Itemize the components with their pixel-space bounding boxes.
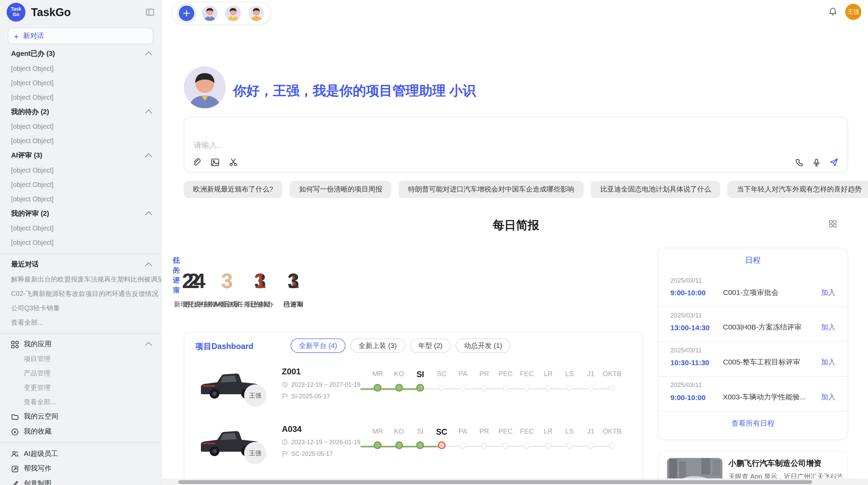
- milestone-label: OKTB: [603, 427, 622, 437]
- milestone-node: [545, 385, 551, 391]
- suggestion-chip[interactable]: 欧洲新规最近颁布了什么?: [184, 181, 282, 198]
- milestone-node: [417, 384, 424, 392]
- suggestion-chip[interactable]: 比亚迪全固态电池计划具体说了什么: [591, 181, 721, 198]
- milestone: FEC: [516, 427, 538, 449]
- new-chat-button[interactable]: + 新对话: [8, 28, 154, 44]
- milestone-label: SI: [417, 370, 424, 380]
- project-code: Z001: [282, 367, 360, 376]
- dashboard-filter-chip[interactable]: 动总开发 (1): [456, 338, 510, 353]
- section-title: Agent已办 (3): [11, 49, 55, 59]
- sidebar-task-item[interactable]: [object Object]: [0, 134, 161, 148]
- suggestion-chip[interactable]: 当下年轻人对汽车外观有怎样的喜好趋势: [728, 181, 868, 198]
- my-apps-subitem[interactable]: 项目管理: [0, 352, 161, 366]
- section-header[interactable]: 我的待办 (2): [0, 104, 161, 120]
- recent-conversation-item[interactable]: 查看全部...: [0, 315, 161, 329]
- phone-icon[interactable]: [795, 158, 804, 167]
- dashboard-filter-chip[interactable]: 年型 (2): [410, 338, 451, 353]
- dashboard-filter-chip[interactable]: 全新平台 (4): [291, 338, 345, 353]
- sidebar-header: Task Go TaskGo: [0, 0, 161, 24]
- recent-conversation-item[interactable]: 解释最新出台的欧盟报废车法规再生塑料比例被调至15%...: [0, 272, 161, 286]
- dashboard-filter-chip[interactable]: 全新上装 (3): [350, 338, 405, 353]
- my-apps-row[interactable]: 我的应用: [0, 337, 161, 352]
- dashboard-title: 项目Dashboard: [195, 341, 253, 352]
- section-header[interactable]: Agent已办 (3): [0, 47, 161, 62]
- send-icon[interactable]: [829, 158, 839, 167]
- sidebar: Task Go TaskGo + 新对话 Agent已办 (3) [object…: [0, 0, 162, 485]
- my-favorites-row[interactable]: 我的收藏: [0, 424, 161, 439]
- sidebar-task-item[interactable]: [object Object]: [0, 177, 161, 192]
- event-time: 9:00-10:00: [671, 393, 723, 401]
- microphone-icon[interactable]: [812, 158, 821, 167]
- milestone: PEC: [495, 427, 516, 449]
- divider: [0, 443, 161, 443]
- dashboard-filters: 全新平台 (4) 全新上装 (3) 年型 (2) 动总开发 (1): [291, 338, 510, 353]
- suggestion-chip[interactable]: 如何写一份清晰的项目周报: [290, 181, 391, 198]
- assistant-avatar-2[interactable]: [225, 5, 241, 21]
- event-date: 2025/03/11: [671, 347, 835, 353]
- milestone-label: MR: [372, 427, 383, 437]
- milestone: SC: [431, 427, 452, 449]
- my-cloud-row[interactable]: 我的云空间: [0, 409, 161, 424]
- event-title: C003|H0B-方案冻结评审: [723, 322, 821, 332]
- sidebar-task-item[interactable]: [object Object]: [0, 120, 161, 134]
- creative-drawing-row[interactable]: 创意制图: [0, 476, 161, 485]
- milestone: SI: [410, 427, 431, 449]
- stat-item: 1 已逾期: [244, 270, 277, 309]
- user-avatar[interactable]: 王强: [845, 4, 861, 20]
- attachment-icon[interactable]: [192, 158, 201, 167]
- project-rows: 王强 Z001 2023-12-19 ~ 2027-01-19: [184, 359, 643, 485]
- notification-bell-icon[interactable]: [829, 7, 837, 16]
- schedule-title: 日程: [658, 256, 847, 265]
- milestone-node: [374, 442, 382, 449]
- view-all-schedule-link[interactable]: 查看所有日程: [658, 419, 847, 428]
- milestone-label: PR: [480, 427, 489, 437]
- scissors-icon[interactable]: [229, 158, 238, 167]
- sidebar-task-item[interactable]: [object Object]: [0, 90, 161, 104]
- sidebar-task-item[interactable]: [object Object]: [0, 163, 161, 177]
- milestone-node: [545, 443, 551, 449]
- milestone-track: MR KO: [367, 427, 623, 461]
- scrollbar-thumb[interactable]: [178, 480, 812, 484]
- pen-icon: [11, 480, 19, 485]
- milestone-label: PA: [459, 427, 467, 437]
- add-assistant-button[interactable]: [179, 5, 194, 21]
- milestone-node: [395, 442, 403, 449]
- plus-icon: [183, 9, 191, 17]
- project-row[interactable]: 王强 A034 2023-12-19 ~ 2026-01-19: [184, 416, 643, 474]
- chat-input-box[interactable]: 请输入...: [184, 117, 848, 173]
- my-apps-subitem[interactable]: 查看全部...: [0, 395, 161, 409]
- sidebar-task-item[interactable]: [object Object]: [0, 221, 161, 236]
- assistant-avatar-1[interactable]: [202, 5, 217, 21]
- help-me-write-row[interactable]: 帮我写作: [0, 461, 161, 476]
- sidebar-task-item[interactable]: [object Object]: [0, 61, 161, 76]
- milestone: MR: [367, 427, 388, 449]
- section-header[interactable]: 我的评审 (2): [0, 206, 161, 221]
- recent-header[interactable]: 最近对话: [0, 257, 161, 272]
- briefing-layout-icon[interactable]: [829, 220, 837, 228]
- milestone-node: [395, 384, 403, 392]
- ai-super-staff-row[interactable]: AI超级员工: [0, 446, 161, 461]
- my-apps-subitem[interactable]: 变更管理: [0, 381, 161, 395]
- recent-conversation-item[interactable]: C02-飞腾新能源轻客改款项目的闭环通告反馈情况: [0, 286, 161, 301]
- project-row[interactable]: 王强 Z001 2023-12-19 ~ 2027-01-19: [184, 359, 643, 416]
- suggestion-chip[interactable]: 特朗普可能对进口汽车增税会对中国车企造成哪些影响: [399, 181, 583, 198]
- event-join-link[interactable]: 加入: [821, 357, 835, 367]
- sidebar-task-item[interactable]: [object Object]: [0, 192, 161, 206]
- my-apps-subitem[interactable]: 产品管理: [0, 366, 161, 381]
- sidebar-section: 我的待办 (2) [object Object] [object Object]: [0, 104, 161, 148]
- recent-conversation-item[interactable]: 公司Q3轻卡销量: [0, 301, 161, 315]
- image-icon[interactable]: [210, 158, 220, 167]
- sidebar-task-item[interactable]: [object Object]: [0, 76, 161, 90]
- event-join-link[interactable]: 加入: [821, 288, 835, 298]
- milestone-node: [438, 385, 445, 391]
- my-apps-label: 我的应用: [24, 339, 51, 349]
- sidebar-task-item[interactable]: [object Object]: [0, 236, 161, 250]
- event-join-link[interactable]: 加入: [821, 392, 835, 402]
- collapse-sidebar-icon[interactable]: [146, 8, 155, 17]
- section-header[interactable]: AI评审 (3): [0, 148, 161, 163]
- milestone: PR: [473, 370, 495, 391]
- milestone: MR: [367, 370, 388, 391]
- event-join-link[interactable]: 加入: [821, 322, 835, 332]
- assistant-avatar-3[interactable]: [249, 5, 264, 21]
- stat-value: 1: [254, 270, 266, 293]
